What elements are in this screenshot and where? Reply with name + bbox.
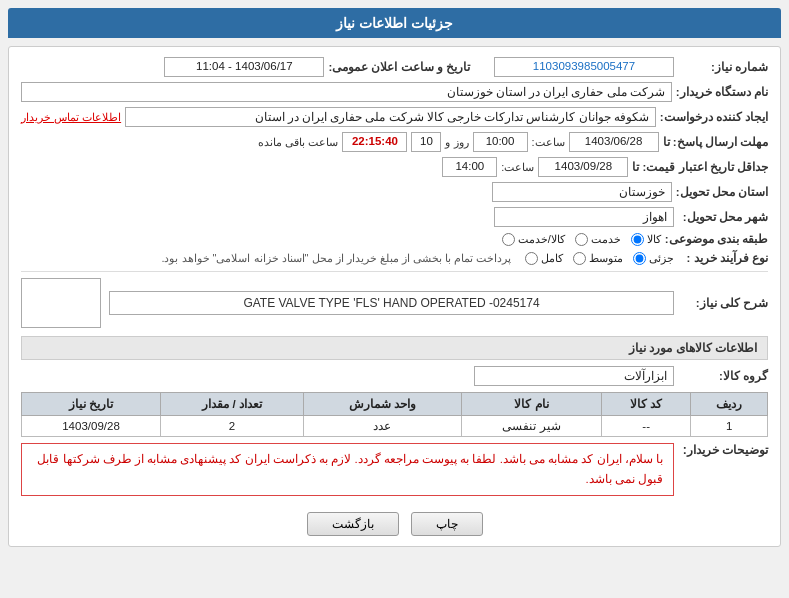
col-unit: واحد شمارش [303,393,461,416]
response-deadline-row: مهلت ارسال پاسخ: تا 1403/06/28 ساعت: 10:… [21,132,768,152]
cell-name: شیر تنفسی [461,416,601,437]
province-label: استان محل تحویل: [676,185,768,199]
province-value: خوزستان [492,182,672,202]
cell-qty: 2 [161,416,304,437]
category-option-goods-service[interactable]: کالا/خدمت [502,233,565,246]
purchase-option-medium[interactable]: متوسط [573,252,623,265]
buyer-value: شرکت ملی حفاری ایران در استان خوزستان [21,82,672,102]
main-card: شماره نیاز: 1103093985005477 تاریخ و ساع… [8,46,781,547]
goods-group-value: ابزارآلات [474,366,674,386]
response-time-label: ساعت: [532,136,565,149]
price-time-label: ساعت: [501,161,534,174]
creator-label: ایجاد کننده درخواست: [660,110,768,124]
province-row: استان محل تحویل: خوزستان [21,182,768,202]
buyer-label: نام دستگاه خریدار: [676,85,768,99]
buyer-note-text: با سلام، ایران کد مشابه می باشد. لطفا به… [21,443,674,496]
remaining-time: 22:15:40 [342,132,407,152]
purchase-type-label: نوع فرآیند خرید : [678,251,768,265]
bottom-buttons: چاپ بازگشت [21,512,768,536]
need-number-value: 1103093985005477 [494,57,674,77]
category-row: طبقه بندی موضوعی: کالا/خدمت خدمت کالا [21,232,768,246]
goods-table-container: ردیف کد کالا نام کالا واحد شمارش تعداد /… [21,392,768,437]
response-day-label: روز و [445,136,468,149]
contact-link[interactable]: اطلاعات تماس خریدار [21,111,121,124]
col-qty: تعداد / مقدار [161,393,304,416]
table-row: 1 -- شیر تنفسی عدد 2 1403/09/28 [22,416,768,437]
category-radio-group: کالا/خدمت خدمت کالا [502,233,661,246]
purchase-type-row: نوع فرآیند خرید : کامل متوسط جزئی پرداخت… [21,251,768,265]
need-desc-value: GATE VALVE TYPE 'FLS' HAND OPERATED -024… [109,291,674,315]
category-option-service[interactable]: خدمت [575,233,621,246]
response-deadline-label: مهلت ارسال پاسخ: تا [663,135,768,149]
col-date: تاریخ نیاز [22,393,161,416]
city-label: شهر محل تحویل: [678,210,768,224]
need-desc-image-box [21,278,101,328]
table-header-row: ردیف کد کالا نام کالا واحد شمارش تعداد /… [22,393,768,416]
col-name: نام کالا [461,393,601,416]
goods-table: ردیف کد کالا نام کالا واحد شمارش تعداد /… [21,392,768,437]
price-time: 14:00 [442,157,497,177]
datetime-value: 1403/06/17 - 11:04 [164,57,324,77]
response-time: 10:00 [473,132,528,152]
price-date: 1403/09/28 [538,157,628,177]
need-number-row: شماره نیاز: 1103093985005477 تاریخ و ساع… [21,57,768,77]
price-deadline-row: جداقل تاریخ اعتبار قیمت: تا 1403/09/28 س… [21,157,768,177]
city-row: شهر محل تحویل: اهواز [21,207,768,227]
creator-row: ایجاد کننده درخواست: شکوفه جوانان کارشنا… [21,107,768,127]
cell-row: 1 [691,416,768,437]
purchase-note: پرداخت تمام با بخشی از مبلغ خریدار از مح… [161,252,511,265]
col-code: کد کالا [602,393,691,416]
page-title: جزئیات اطلاعات نیاز [336,15,453,31]
datetime-label: تاریخ و ساعت اعلان عمومی: [328,60,470,74]
buyer-row: نام دستگاه خریدار: شرکت ملی حفاری ایران … [21,82,768,102]
response-days: 10 [411,132,441,152]
back-button[interactable]: بازگشت [307,512,399,536]
response-date: 1403/06/28 [569,132,659,152]
purchase-option-partial[interactable]: جزئی [633,252,674,265]
cell-date: 1403/09/28 [22,416,161,437]
buyer-note-label: توضیحات خریدار: [678,443,768,457]
page-header: جزئیات اطلاعات نیاز [8,8,781,38]
purchase-option-full[interactable]: کامل [525,252,563,265]
need-desc-label: شرح کلی نیاز: [678,296,768,310]
goods-group-row: گروه کالا: ابزارآلات [21,366,768,386]
cell-unit: عدد [303,416,461,437]
goods-group-label: گروه کالا: [678,369,768,383]
city-value: اهواز [494,207,674,227]
category-label: طبقه بندی موضوعی: [665,232,768,246]
need-desc-row: شرح کلی نیاز: GATE VALVE TYPE 'FLS' HAND… [21,278,768,328]
creator-value: شکوفه جوانان کارشناس تدارکات خارجی کالا … [125,107,656,127]
print-button[interactable]: چاپ [411,512,483,536]
purchase-radio-group: کامل متوسط جزئی [525,252,674,265]
cell-code: -- [602,416,691,437]
col-row: ردیف [691,393,768,416]
remaining-label: ساعت باقی مانده [258,136,338,149]
price-deadline-label: جداقل تاریخ اعتبار قیمت: تا [632,160,768,174]
goods-info-header: اطلاعات کالاهای مورد نیاز [21,336,768,360]
page-wrapper: جزئیات اطلاعات نیاز شماره نیاز: 11030939… [0,0,789,598]
category-option-goods[interactable]: کالا [631,233,661,246]
buyer-note-row: توضیحات خریدار: با سلام، ایران کد مشابه … [21,443,768,502]
need-number-label: شماره نیاز: [678,60,768,74]
